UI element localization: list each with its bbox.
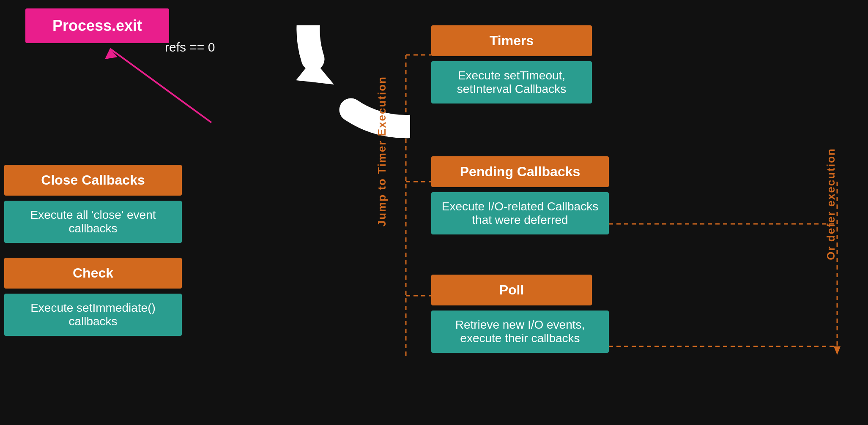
- close-callbacks-box: Close Callbacks: [4, 165, 182, 196]
- defer-execution-label: Or defer execution: [824, 148, 838, 260]
- poll-box: Poll: [431, 275, 592, 305]
- process-exit-box: Process.exit: [25, 8, 169, 43]
- timers-desc: Execute setTimeout, setInterval Callback…: [431, 61, 592, 104]
- poll-desc: Retrieve new I/O events, execute their c…: [431, 311, 609, 353]
- pending-callbacks-box: Pending Callbacks: [431, 156, 609, 187]
- check-desc: Execute setImmediate() callbacks: [4, 294, 182, 336]
- timers-box: Timers: [431, 25, 592, 56]
- svg-marker-9: [105, 49, 118, 59]
- svg-marker-7: [834, 346, 841, 355]
- check-box: Check: [4, 258, 182, 289]
- pending-callbacks-desc: Execute I/O-related Callbacks that were …: [431, 192, 609, 234]
- close-callbacks-desc: Execute all 'close' event callbacks: [4, 201, 182, 243]
- svg-marker-10: [296, 59, 334, 84]
- jump-to-timer-label: Jump to Timer Execution: [375, 76, 389, 226]
